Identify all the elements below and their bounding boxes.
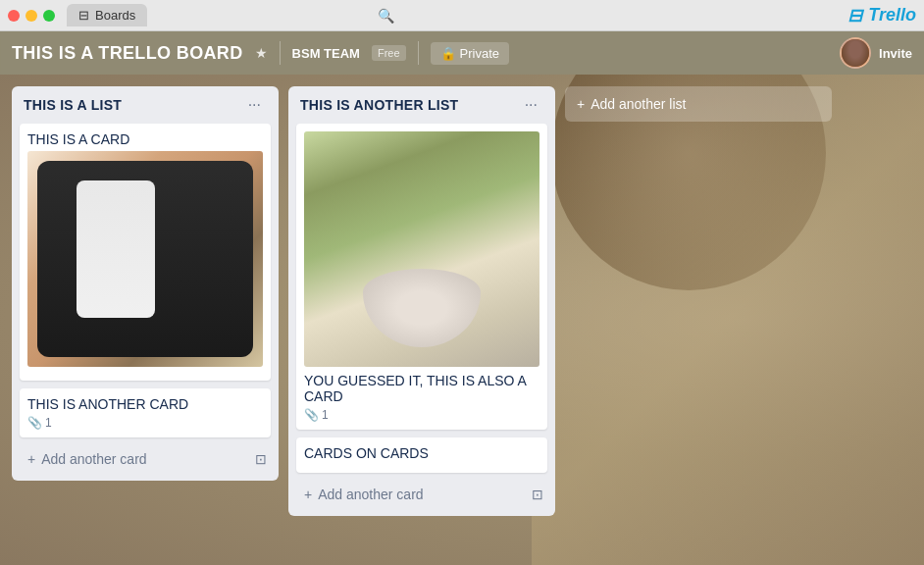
list-1-menu-button[interactable]: ··· [242, 94, 267, 116]
add-list-label: Add another list [590, 96, 686, 112]
list-1-add-card-label: Add another card [41, 451, 146, 467]
list-1-add-card-button[interactable]: + Add another card [20, 445, 251, 473]
list-1: THIS IS A LIST ··· THIS IS A CARD THIS I… [12, 86, 279, 481]
card-4[interactable]: CARDS ON CARDS [296, 437, 547, 473]
board-background: THIS IS A LIST ··· THIS IS A CARD THIS I… [0, 75, 924, 565]
card-3-meta: 📎 1 [304, 408, 539, 422]
list-1-header: THIS IS A LIST ··· [20, 94, 271, 116]
star-button[interactable]: ★ [255, 45, 268, 61]
privacy-button[interactable]: 🔒 Private [431, 42, 509, 65]
card-2-attachment-count: 1 [45, 416, 52, 430]
lists-container: THIS IS A LIST ··· THIS IS A CARD THIS I… [0, 75, 924, 565]
list-1-template-button[interactable]: ⊡ [251, 447, 271, 471]
list-2-menu-button[interactable]: ··· [519, 94, 543, 116]
card-3[interactable]: YOU GUESSED IT, THIS IS ALSO A CARD 📎 1 [296, 124, 547, 430]
privacy-label: Private [460, 46, 499, 61]
header-divider2 [418, 41, 419, 65]
list-2-footer: + Add another card ⊡ [296, 481, 547, 508]
card-3-attachment: 📎 1 [304, 408, 329, 422]
list-1-title: THIS IS A LIST [24, 97, 122, 113]
board-header: THIS IS A TRELLO BOARD ★ BSM TEAM Free 🔒… [0, 31, 924, 75]
card-2-title: THIS IS ANOTHER CARD [27, 396, 263, 412]
team-badge: Free [372, 45, 406, 61]
tab-icon: ⊟ [78, 8, 89, 23]
logo-text: Trello [868, 5, 916, 26]
plus-icon-2: + [304, 487, 312, 502]
list-2-add-card-button[interactable]: + Add another card [296, 481, 528, 508]
search-area: 🔍 [378, 7, 394, 25]
browser-tab[interactable]: ⊟ Boards [67, 4, 147, 26]
maximize-button[interactable] [43, 10, 55, 22]
minimize-button[interactable] [26, 10, 37, 22]
traffic-lights [8, 10, 55, 22]
team-name[interactable]: BSM TEAM [292, 46, 360, 61]
list-2: THIS IS ANOTHER LIST ··· YOU GUESSED IT,… [288, 86, 555, 516]
list-2-template-button[interactable]: ⊡ [528, 483, 547, 506]
card-1-image [27, 151, 263, 367]
search-icon[interactable]: 🔍 [378, 8, 394, 24]
tab-label: Boards [95, 8, 135, 23]
trello-logo: ⊟ Trello [847, 5, 916, 26]
add-list-button[interactable]: + Add another list [565, 86, 832, 122]
board-title: THIS IS A TRELLO BOARD [12, 43, 243, 64]
card-4-title: CARDS ON CARDS [304, 445, 539, 461]
list-2-title: THIS IS ANOTHER LIST [300, 97, 458, 113]
card-3-attachment-count: 1 [322, 408, 329, 422]
list-2-add-card-label: Add another card [318, 487, 423, 502]
close-button[interactable] [8, 10, 20, 22]
paperclip-icon: 📎 [27, 416, 42, 430]
avatar [840, 37, 871, 69]
list-1-footer: + Add another card ⊡ [20, 445, 271, 473]
plus-icon-list: + [577, 96, 585, 112]
invite-button[interactable]: Invite [879, 46, 912, 61]
card-2-meta: 📎 1 [27, 416, 263, 430]
card-2-attachment: 📎 1 [27, 416, 52, 430]
card-1-title: THIS IS A CARD [27, 131, 263, 147]
card-2[interactable]: THIS IS ANOTHER CARD 📎 1 [20, 388, 271, 437]
card-3-image [304, 131, 539, 367]
card-1[interactable]: THIS IS A CARD [20, 124, 271, 381]
avatar-face [842, 37, 869, 69]
titlebar: ⊟ Boards 🔍 ⊟ Trello [0, 0, 924, 31]
paperclip-icon-2: 📎 [304, 408, 319, 422]
list-2-header: THIS IS ANOTHER LIST ··· [296, 94, 547, 116]
lock-icon: 🔒 [440, 46, 456, 61]
plus-icon: + [27, 451, 35, 467]
card-3-title: YOU GUESSED IT, THIS IS ALSO A CARD [304, 373, 539, 404]
header-divider [280, 41, 281, 65]
logo-icon: ⊟ [847, 5, 862, 26]
header-right: Invite [840, 37, 912, 69]
